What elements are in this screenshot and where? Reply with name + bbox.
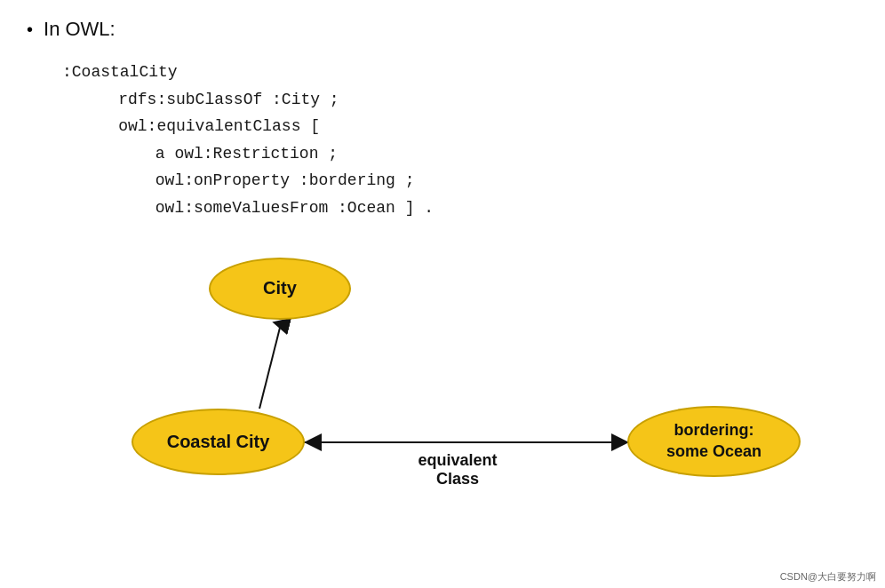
in-owl-label: In OWL:: [44, 18, 116, 41]
code-block: :CoastalCity rdfs:subClassOf :City ; owl…: [62, 59, 858, 222]
city-node: City: [209, 258, 351, 320]
bullet-point: •: [27, 20, 33, 40]
bordering-node: bordering:some Ocean: [627, 406, 801, 477]
code-line-2: rdfs:subClassOf :City ;: [80, 86, 858, 114]
equiv-class-label: equivalentClass: [400, 451, 515, 489]
code-line-3: owl:equivalentClass [: [80, 113, 858, 140]
code-line-5: owl:onProperty :bordering ;: [98, 167, 858, 195]
watermark-text: CSDN@大白要努力啊: [780, 571, 876, 582]
content-area: • In OWL: :CoastalCity rdfs:subClassOf :…: [0, 0, 885, 533]
subclass-arrow: [259, 324, 281, 409]
bullet-section: • In OWL:: [27, 18, 858, 41]
coastal-city-label: Coastal City: [167, 432, 270, 452]
city-label: City: [263, 278, 297, 298]
code-line-1: :CoastalCity: [62, 59, 858, 86]
code-line-4: a owl:Restriction ;: [98, 140, 858, 168]
bordering-label: bordering:some Ocean: [666, 420, 761, 462]
diagram-area: City Coastal City equivalentClass border…: [27, 231, 858, 515]
code-line-6: owl:someValuesFrom :Ocean ] .: [98, 195, 858, 222]
watermark: CSDN@大白要努力啊: [780, 570, 876, 584]
coastal-city-node: Coastal City: [132, 409, 305, 475]
